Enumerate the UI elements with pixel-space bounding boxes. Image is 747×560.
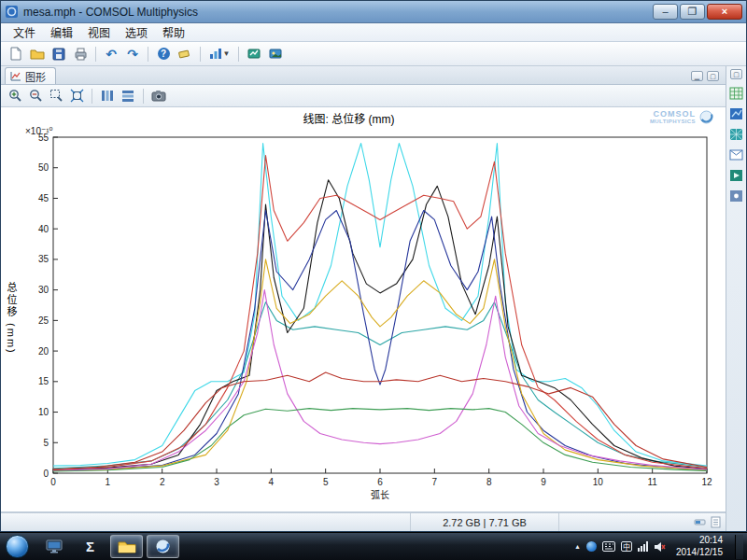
- desktop: mesa.mph - COMSOL Multiphysics – ❐ × 文件 …: [0, 0, 747, 560]
- svg-text:8: 8: [486, 477, 492, 487]
- comsol-logo-text: COMSOL MULTIPHYSICS: [650, 110, 696, 125]
- svg-text:0: 0: [43, 469, 49, 479]
- svg-text:10: 10: [593, 477, 604, 487]
- taskbar-item-explorer[interactable]: [110, 535, 143, 558]
- progress-icon[interactable]: [694, 516, 706, 528]
- svg-text:35: 35: [38, 254, 49, 264]
- restore-button[interactable]: ❐: [680, 4, 705, 20]
- svg-text:25: 25: [38, 315, 49, 326]
- menu-edit[interactable]: 编辑: [44, 23, 79, 41]
- volume-muted-icon[interactable]: [654, 541, 666, 553]
- svg-text:6: 6: [377, 477, 383, 487]
- statusbar: 2.72 GB | 7.71 GB: [1, 512, 726, 531]
- menubar: 文件 编辑 视图 选项 帮助: [1, 23, 746, 42]
- taskbar-item-computer[interactable]: [37, 535, 70, 558]
- chevron-down-icon: ▼: [223, 49, 231, 58]
- comsol-swirl-icon: [698, 109, 714, 125]
- folder-icon: [118, 539, 136, 553]
- menu-options[interactable]: 选项: [119, 23, 154, 41]
- svg-text:30: 30: [38, 285, 49, 295]
- window-controls: – ❐ ×: [653, 4, 742, 20]
- svg-text:7: 7: [432, 477, 438, 487]
- tray-app-icon[interactable]: [586, 541, 597, 552]
- svg-text:15: 15: [38, 376, 49, 386]
- save-button[interactable]: [49, 45, 69, 63]
- zoom-extents-button[interactable]: [67, 88, 86, 105]
- svg-text:10: 10: [38, 407, 49, 417]
- graphics-toolbar: [1, 85, 726, 107]
- help-button[interactable]: ?: [153, 45, 174, 63]
- zoom-out-button[interactable]: [26, 88, 45, 105]
- keyboard-tray-icon[interactable]: [602, 541, 615, 552]
- system-tray: ▲ 中 20:14 2014/12/15: [574, 535, 745, 559]
- minimize-panel-icon[interactable]: ▁: [691, 71, 703, 81]
- svg-text:45: 45: [38, 193, 49, 203]
- comsol-window: mesa.mph - COMSOL Multiphysics – ❐ × 文件 …: [0, 0, 747, 532]
- taskbar: Σ ▲ 中 20:14 2014/12/15: [0, 532, 747, 560]
- y-axis-data-button[interactable]: [98, 88, 117, 105]
- menu-help[interactable]: 帮助: [156, 23, 191, 41]
- panel-buttons: ▁ ▢: [691, 71, 722, 84]
- svg-text:1: 1: [106, 477, 111, 487]
- svg-text:5: 5: [43, 438, 49, 448]
- open-file-button[interactable]: [27, 45, 48, 63]
- logo-line-1: COMSOL: [650, 110, 696, 119]
- hidden-icons-arrow[interactable]: ▲: [574, 543, 581, 550]
- svg-text:弧长: 弧长: [371, 489, 389, 500]
- x-axis-data-button[interactable]: [119, 88, 137, 105]
- taskbar-item-comsol[interactable]: [147, 535, 179, 558]
- collapse-panel-icon[interactable]: ▢: [730, 69, 742, 79]
- grid-plot-icon[interactable]: [729, 86, 744, 100]
- svg-text:12: 12: [701, 477, 712, 487]
- maximize-panel-icon[interactable]: ▢: [707, 71, 719, 81]
- menu-view[interactable]: 视图: [81, 23, 117, 41]
- compute-icon[interactable]: [729, 168, 744, 182]
- comsol-logo: COMSOL MULTIPHYSICS: [650, 109, 714, 125]
- tab-graphics[interactable]: 图形: [5, 67, 56, 84]
- line-chart[interactable]: 01234567891011120510152025303540455055×1…: [21, 124, 722, 501]
- svg-text:11: 11: [647, 477, 657, 487]
- redo-button[interactable]: ↷: [122, 45, 143, 63]
- undo-button[interactable]: ↶: [101, 45, 121, 63]
- workspace: 图形 ▁ ▢: [1, 66, 746, 531]
- y-axis-label: 总位移 (mm): [1, 124, 21, 511]
- show-desktop-button[interactable]: [735, 535, 743, 559]
- snapshot-camera-button[interactable]: [149, 88, 168, 105]
- graphics-panel: 图形 ▁ ▢: [1, 66, 726, 531]
- mesh-icon[interactable]: [729, 127, 744, 141]
- graphics-tab-icon: [10, 71, 21, 81]
- taskbar-item-sigma[interactable]: Σ: [74, 535, 106, 558]
- taskbar-clock[interactable]: 20:14 2014/12/15: [676, 535, 723, 558]
- export-image-button[interactable]: [265, 45, 286, 63]
- titlebar[interactable]: mesa.mph - COMSOL Multiphysics – ❐ ×: [1, 1, 746, 23]
- label-button[interactable]: [175, 45, 195, 63]
- zoom-in-button[interactable]: [6, 88, 24, 105]
- plot-dropdown-button[interactable]: ▼: [205, 45, 233, 63]
- statusbar-icons: [694, 516, 722, 528]
- network-icon[interactable]: [638, 541, 648, 552]
- plot-area[interactable]: 线图: 总位移 (mm) COMSOL MULTIPHYSICS 总位移 (mm…: [1, 107, 726, 512]
- log-icon[interactable]: [710, 516, 722, 528]
- window-title: mesa.mph - COMSOL Multiphysics: [23, 6, 648, 19]
- minimize-button[interactable]: –: [653, 4, 678, 20]
- 3d-plot-icon[interactable]: [729, 106, 744, 120]
- update-results-button[interactable]: [244, 45, 264, 63]
- clock-date: 2014/12/15: [676, 547, 723, 559]
- new-file-button[interactable]: [6, 45, 26, 63]
- settings-icon[interactable]: [729, 189, 744, 203]
- start-button[interactable]: [6, 535, 29, 558]
- clock-time: 20:14: [676, 535, 723, 547]
- app-icon: [5, 5, 19, 19]
- ime-language-icon[interactable]: 中: [621, 541, 632, 552]
- close-button[interactable]: ×: [707, 4, 742, 20]
- toolbar-separator: [200, 47, 201, 62]
- svg-text:50: 50: [38, 162, 49, 173]
- question-icon: ?: [158, 48, 170, 60]
- mail-report-icon[interactable]: [729, 147, 744, 161]
- svg-text:2: 2: [160, 477, 165, 487]
- svg-text:×10⁻¹⁰: ×10⁻¹⁰: [25, 126, 53, 136]
- right-toolbar: ▢: [726, 66, 746, 531]
- print-button[interactable]: [70, 45, 91, 63]
- menu-file[interactable]: 文件: [7, 23, 42, 41]
- zoom-box-button[interactable]: [47, 88, 65, 105]
